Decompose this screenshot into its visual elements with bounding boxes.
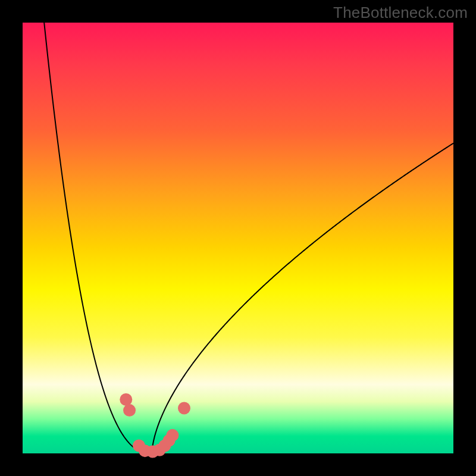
watermark-text: TheBottleneck.com <box>333 4 468 22</box>
data-marker <box>120 393 132 406</box>
chart-frame: TheBottleneck.com <box>0 0 476 476</box>
data-marker <box>123 404 136 416</box>
data-marker <box>178 402 190 414</box>
data-markers <box>23 23 453 453</box>
data-marker <box>166 429 178 441</box>
plot-area <box>23 23 453 453</box>
